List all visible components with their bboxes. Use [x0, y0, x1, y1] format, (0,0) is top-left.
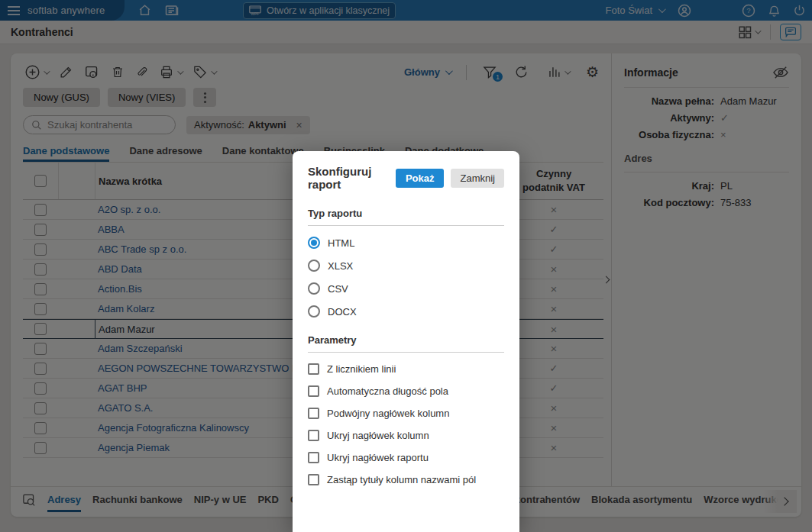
report-type-label: DOCX — [328, 306, 357, 318]
param-option[interactable]: Z licznikiem linii — [308, 363, 504, 375]
param-option[interactable]: Podwójny nagłówek kolumn — [308, 408, 504, 419]
checkbox-unchecked[interactable] — [308, 474, 319, 485]
param-label: Ukryj nagłówek kolumn — [327, 430, 429, 441]
show-report-button[interactable]: Pokaż — [396, 169, 445, 188]
param-label: Zastąp tytuły kolumn nazwami pól — [327, 474, 476, 485]
app-screen: softlab anywhere WPF Otwórz w aplikacji … — [0, 0, 812, 532]
param-option[interactable]: Zastąp tytuły kolumn nazwami pól — [308, 474, 504, 485]
param-label: Ukryj nagłówek raportu — [327, 452, 429, 463]
radio-selected[interactable] — [308, 237, 320, 249]
param-option[interactable]: Ukryj nagłówek kolumn — [308, 430, 504, 441]
param-option[interactable]: Automatyczna długość pola — [308, 385, 504, 397]
configure-report-modal: Skonfiguruj raport Pokaż Zamknij Typ rap… — [293, 151, 519, 532]
param-label: Podwójny nagłówek kolumn — [327, 408, 449, 419]
report-type-option-html[interactable]: HTML — [308, 237, 504, 249]
report-type-label: CSV — [328, 283, 348, 295]
checkbox-unchecked[interactable] — [308, 385, 319, 397]
param-label: Automatyczna długość pola — [327, 385, 448, 397]
params-section-title: Parametry — [308, 334, 504, 353]
report-type-label: HTML — [328, 237, 354, 249]
close-modal-button[interactable]: Zamknij — [451, 169, 504, 188]
report-type-option-csv[interactable]: CSV — [308, 282, 504, 295]
modal-title: Skonfiguruj raport — [308, 165, 396, 191]
checkbox-unchecked[interactable] — [308, 430, 319, 441]
report-type-option-docx[interactable]: DOCX — [308, 305, 504, 318]
report-type-section-title: Typ raportu — [308, 208, 504, 226]
report-type-label: XLSX — [328, 260, 353, 272]
radio-unselected[interactable] — [308, 260, 320, 272]
report-type-option-xlsx[interactable]: XLSX — [308, 260, 504, 272]
checkbox-unchecked[interactable] — [308, 408, 319, 419]
param-option[interactable]: Ukryj nagłówek raportu — [308, 452, 504, 463]
radio-unselected[interactable] — [308, 282, 320, 295]
param-label: Z licznikiem linii — [327, 363, 396, 375]
checkbox-unchecked[interactable] — [308, 363, 319, 375]
radio-unselected[interactable] — [308, 305, 320, 318]
checkbox-unchecked[interactable] — [308, 452, 319, 463]
